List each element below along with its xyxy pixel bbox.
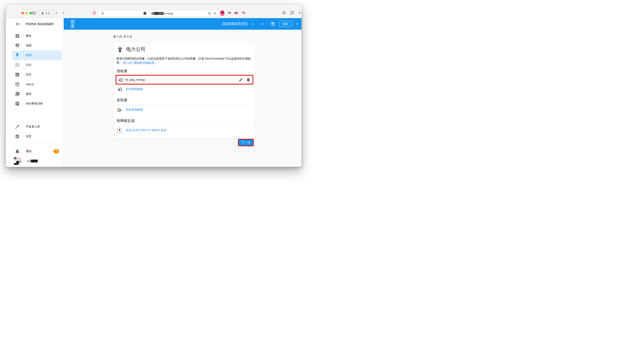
sidebar-item-developer-tools[interactable]: 开发者工具 (12, 122, 62, 131)
close-window-button[interactable] (21, 12, 24, 14)
sidebar-spacer (6, 109, 64, 122)
section-divider (117, 105, 252, 105)
sidebar-item-label: 地图 (26, 44, 32, 47)
sidebar-item-label: 历史 (26, 73, 32, 77)
zoom-window-button[interactable] (30, 12, 32, 14)
lightning-bolt-icon (15, 53, 20, 58)
chevron-down-icon (51, 12, 53, 14)
tab-overview-icon[interactable] (290, 11, 294, 15)
electricity-grid-card: 电力公司 配置从电网消耗的电量，以及自发电用户返还给电力公司的电量，以便 Hom… (113, 42, 256, 139)
sidebar-item-media[interactable]: 媒体 (12, 89, 62, 99)
add-generation-link[interactable]: 添加发电数据 (126, 108, 143, 112)
reload-icon[interactable] (213, 12, 217, 15)
now-button[interactable]: 现在 (279, 21, 292, 27)
app-title: Home Assistant (26, 22, 54, 26)
section-heading-generation: 发电量 (117, 98, 252, 103)
annotation-box-next-button: 下一步 (238, 139, 254, 146)
add-generation-row[interactable]: 添加发电数据 (117, 105, 252, 114)
sidebar-item-label: 通知 (26, 150, 32, 153)
downloads-icon[interactable] (282, 11, 286, 15)
add-consumption-row[interactable]: 添加用电数据 (117, 85, 252, 94)
sidebar-item-label: 待办事项清单 (26, 102, 43, 106)
next-step-button[interactable]: 下一步 (239, 140, 253, 146)
learn-more-link[interactable]: 进一步了解如何开始使用。 (123, 61, 157, 64)
sidebar-item-settings[interactable]: 设置 (12, 131, 62, 141)
date-range-label: 2025年8月9日 (222, 21, 248, 27)
sidebar-item-label: 设置 (26, 135, 32, 138)
sidebar-item-todo[interactable]: 待办事项清单 (12, 99, 62, 109)
ha-main-panel: 能源 2025年8月9日 现在 (64, 18, 302, 167)
hacs-store-icon: HACS (15, 82, 20, 87)
redacted-url-block (154, 12, 159, 15)
password-manager-extension-icon[interactable] (220, 11, 224, 16)
redacted-url-block (161, 12, 164, 15)
redacted-url-block (159, 12, 161, 15)
sidebar-menu: 概览 地图 能源 日志 (6, 30, 64, 166)
sidebar-item-history[interactable]: 历史 (12, 70, 62, 80)
profile-switcher-button[interactable]: 个人 (39, 10, 55, 16)
svg-text:A: A (244, 12, 246, 14)
back-button[interactable] (55, 11, 59, 15)
sidebar-item-notifications[interactable]: 通知 1 (12, 147, 62, 156)
sidebar-item-label: 概览 (26, 34, 32, 38)
section-heading-carbon: 电网碳足迹 (117, 118, 252, 123)
ha-sidebar: Home Assistant 概览 地图 (6, 18, 64, 167)
person-icon (41, 12, 44, 15)
speed-player-extension-icon[interactable] (227, 11, 231, 15)
cn-translate-extension-icon[interactable]: A (242, 11, 246, 15)
home-export-icon (117, 107, 122, 112)
card-title: 电力公司 (126, 46, 145, 52)
clipboard-list-icon (15, 101, 20, 106)
card-description: 配置从电网消耗的电量，以及自发电用户返还给电力公司的电量，以便 Home Ass… (117, 56, 252, 65)
home-import-icon (117, 86, 122, 92)
profile-label: 个人 (45, 11, 50, 15)
transmission-tower-icon (117, 46, 123, 52)
dashed-lightning-icon (117, 128, 122, 133)
sidebar-item-label: HACS (26, 83, 34, 86)
notification-count-badge: 1 (53, 149, 59, 153)
sidebar-item-overview[interactable]: 概览 (12, 31, 62, 41)
media-play-icon (15, 92, 20, 96)
forward-button[interactable] (62, 11, 66, 15)
minimize-window-button[interactable] (25, 12, 28, 14)
new-tab-icon[interactable] (298, 11, 302, 15)
sidebar-header: Home Assistant (6, 18, 64, 30)
calendar-icon[interactable] (271, 22, 275, 26)
wizard-step-indicator: 第 1 步, 共 6 步 (113, 35, 132, 39)
page-title: 能源 (71, 19, 76, 28)
overflow-menu-icon[interactable] (295, 22, 300, 26)
sidebar-item-label: 媒体 (26, 92, 32, 96)
translate-icon[interactable]: A (208, 12, 211, 15)
section-heading-consumption: 用电量 (117, 69, 252, 74)
redacted-url-block (152, 12, 154, 15)
edit-icon[interactable] (239, 78, 243, 82)
section-divider (117, 125, 252, 126)
safari-sidebar-toggle-icon[interactable] (32, 11, 36, 15)
home-import-icon (118, 77, 123, 82)
bulleted-list-icon (15, 63, 20, 67)
ae-extension-icon[interactable]: æ (234, 10, 238, 15)
add-electricity-maps-link[interactable]: 添加 ELECTRICITY MAPS 集成 (126, 128, 167, 132)
sidebar-item-logbook[interactable]: 日志 (12, 60, 62, 70)
sidebar-collapse-icon[interactable] (16, 22, 20, 26)
browser-window: 个人 /energy (6, 4, 302, 167)
entity-name: mi_plug_energy (125, 78, 145, 81)
next-period-button[interactable] (261, 22, 265, 26)
redacted-avatar (14, 157, 21, 165)
url-bar[interactable]: /energy A (99, 10, 219, 17)
adguard-shield-icon[interactable] (92, 11, 96, 15)
sidebar-item-hacs[interactable]: HACS HACS (12, 80, 62, 89)
sidebar-item-label: 日志 (26, 63, 32, 67)
previous-period-button[interactable] (251, 22, 255, 26)
energy-setup-wizard: 第 1 步, 共 6 步 电力公司 配置从电网消耗的电量，以及自发电用户返还给电… (64, 30, 302, 167)
bar-chart-icon (15, 72, 20, 77)
sidebar-item-user-profile[interactable] (6, 156, 62, 166)
page-format-icon[interactable] (101, 12, 105, 15)
gear-icon (15, 134, 20, 139)
sidebar-item-map[interactable]: 地图 (12, 41, 62, 50)
delete-icon[interactable] (246, 78, 250, 82)
sidebar-item-energy[interactable]: 能源 (12, 50, 62, 60)
browser-toolbar: 个人 /energy (6, 4, 302, 18)
add-consumption-link[interactable]: 添加用电数据 (126, 87, 143, 91)
add-electricity-maps-row[interactable]: 添加 ELECTRICITY MAPS 集成 (117, 126, 252, 135)
